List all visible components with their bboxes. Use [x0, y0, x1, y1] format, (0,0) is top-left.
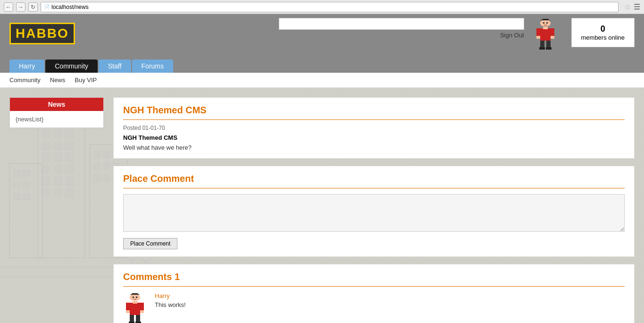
- svg-rect-5: [543, 22, 544, 24]
- svg-rect-8: [540, 28, 551, 41]
- nav-tab-community[interactable]: Community: [45, 60, 98, 73]
- subnav-news[interactable]: News: [50, 76, 66, 84]
- subnav-buyvip[interactable]: Buy VIP: [75, 76, 97, 84]
- sidebar-box: News {newsList}: [9, 97, 104, 128]
- members-box: 0 members online: [571, 18, 635, 47]
- comment-item: Harry This works!: [123, 292, 625, 323]
- svg-rect-17: [543, 26, 548, 29]
- svg-rect-47: [104, 152, 109, 157]
- comments-card: Comments 1: [113, 264, 635, 323]
- svg-rect-73: [140, 310, 144, 313]
- main-content: News {newsList} NGH Themed CMS Posted 01…: [0, 88, 644, 323]
- site-header: HABBO Sign Out: [0, 14, 644, 73]
- svg-rect-15: [539, 47, 545, 50]
- svg-rect-69: [130, 303, 140, 315]
- nav-tab-harry[interactable]: Harry: [9, 60, 44, 73]
- svg-rect-70: [126, 303, 130, 311]
- comment-text: This works!: [155, 301, 186, 308]
- news-subtitle: NGH Themed CMS: [123, 134, 625, 141]
- svg-rect-66: [133, 297, 134, 298]
- place-comment-card: Place Comment Place Comment: [113, 166, 635, 257]
- subnav-community[interactable]: Community: [9, 76, 41, 84]
- svg-rect-71: [140, 303, 144, 311]
- nav-tab-forums[interactable]: Forums: [132, 60, 173, 73]
- comments-title: Comments 1: [123, 272, 625, 287]
- nav-tab-staff[interactable]: Staff: [99, 60, 131, 73]
- svg-rect-10: [551, 28, 554, 37]
- comment-body: Harry This works!: [155, 292, 186, 308]
- svg-rect-14: [546, 41, 551, 48]
- svg-rect-50: [104, 163, 109, 169]
- back-button[interactable]: ←: [4, 2, 13, 12]
- header-right: Sign Out: [279, 18, 635, 56]
- site-logo[interactable]: HABBO: [9, 23, 75, 44]
- svg-rect-13: [540, 41, 544, 48]
- news-title: NGH Themed CMS: [123, 105, 625, 120]
- svg-rect-74: [130, 315, 134, 323]
- place-comment-title: Place Comment: [123, 173, 625, 188]
- address-bar[interactable]: 📄 localhost/news: [41, 2, 619, 12]
- svg-rect-68: [134, 299, 136, 300]
- sidebar-title: News: [10, 98, 103, 111]
- comment-textarea[interactable]: [123, 194, 625, 232]
- url-text: localhost/news: [51, 4, 89, 10]
- news-body: Well what have we here?: [123, 144, 625, 151]
- forward-button[interactable]: →: [16, 2, 25, 12]
- bookmark-icon[interactable]: ☆: [624, 2, 631, 11]
- comment-username[interactable]: Harry: [155, 292, 186, 299]
- svg-rect-12: [551, 36, 554, 39]
- refresh-button[interactable]: ↻: [28, 2, 38, 12]
- svg-rect-67: [136, 297, 137, 298]
- sidebar: News {newsList}: [9, 97, 104, 323]
- news-card: NGH Themed CMS Posted 01-01-70 NGH Theme…: [113, 97, 635, 159]
- svg-rect-11: [536, 36, 540, 39]
- members-count: 0: [581, 24, 625, 34]
- svg-rect-9: [536, 28, 540, 37]
- search-input[interactable]: [279, 18, 524, 30]
- svg-rect-7: [544, 25, 547, 26]
- comment-avatar: [123, 292, 149, 323]
- svg-rect-6: [546, 22, 548, 24]
- members-label: members online: [581, 34, 625, 41]
- page-icon: 📄: [44, 4, 50, 9]
- place-comment-button[interactable]: Place Comment: [123, 238, 177, 249]
- sign-out-link[interactable]: Sign Out: [500, 32, 524, 39]
- news-area: NGH Themed CMS Posted 01-01-70 NGH Theme…: [113, 97, 635, 323]
- nav-tabs: Harry Community Staff Forums: [0, 60, 644, 73]
- svg-rect-53: [104, 175, 109, 181]
- svg-rect-72: [126, 310, 130, 313]
- avatar-area: [534, 18, 562, 56]
- avatar: [534, 18, 557, 51]
- menu-icon[interactable]: ☰: [634, 2, 640, 11]
- svg-rect-16: [546, 47, 552, 50]
- sub-nav: Community News Buy VIP: [0, 73, 644, 88]
- sidebar-content: {newsList}: [10, 111, 103, 128]
- svg-rect-78: [133, 301, 137, 304]
- logo-area: HABBO: [9, 18, 75, 44]
- news-date: Posted 01-01-70: [123, 125, 625, 131]
- browser-chrome: ← → ↻ 📄 localhost/news ☆ ☰: [0, 0, 644, 14]
- svg-rect-75: [136, 315, 140, 323]
- commenter-avatar-svg: [123, 292, 147, 323]
